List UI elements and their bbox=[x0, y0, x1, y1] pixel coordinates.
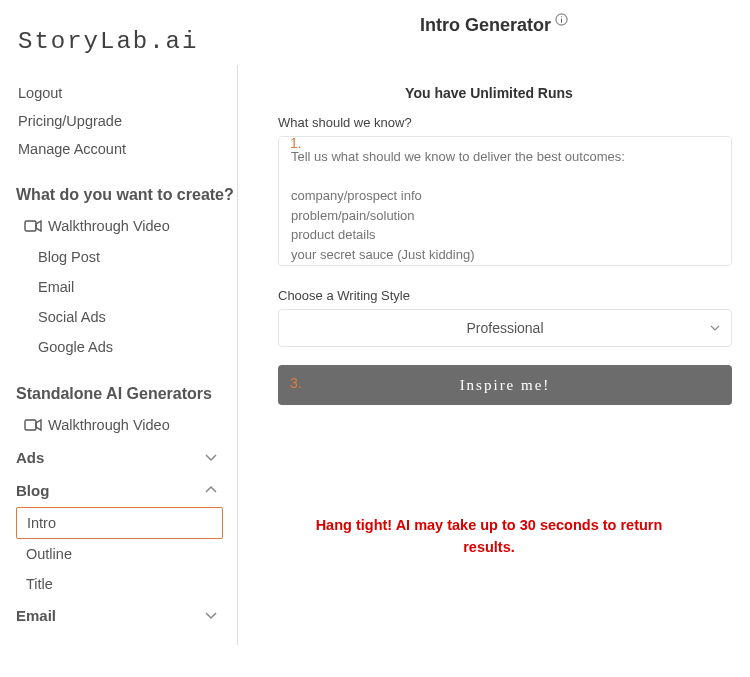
wait-message: Hang tight! AI may take up to 30 seconds… bbox=[238, 515, 740, 559]
video-icon bbox=[24, 418, 42, 432]
main-panel: Intro Generator You have Unlimited Runs … bbox=[238, 65, 750, 645]
nav-email[interactable]: Email bbox=[26, 272, 237, 302]
page-title: Intro Generator bbox=[420, 15, 551, 36]
category-email[interactable]: Email bbox=[14, 599, 237, 632]
category-ads[interactable]: Ads bbox=[14, 441, 237, 474]
category-label: Email bbox=[16, 607, 56, 624]
chevron-up-icon bbox=[203, 482, 219, 498]
step-1-number: 1. bbox=[290, 135, 302, 151]
category-label: Blog bbox=[16, 482, 49, 499]
walkthrough-label: Walkthrough Video bbox=[48, 417, 170, 433]
nav-blog-post[interactable]: Blog Post bbox=[26, 242, 237, 272]
logout-link[interactable]: Logout bbox=[14, 79, 237, 107]
writing-style-select[interactable]: Professional bbox=[278, 309, 732, 347]
create-section-title: What do you want to create? bbox=[16, 185, 237, 206]
nav-blog-outline[interactable]: Outline bbox=[14, 539, 237, 569]
step-3-number: 3. bbox=[290, 375, 302, 391]
context-textarea[interactable] bbox=[278, 136, 732, 266]
svg-point-3 bbox=[561, 16, 562, 17]
nav-blog-title[interactable]: Title bbox=[14, 569, 237, 599]
chevron-down-icon bbox=[203, 449, 219, 465]
walkthrough-video-create[interactable]: Walkthrough Video bbox=[14, 214, 237, 242]
svg-rect-1 bbox=[25, 420, 36, 430]
standalone-section-title: Standalone AI Generators bbox=[16, 384, 237, 405]
nav-google-ads[interactable]: Google Ads bbox=[26, 332, 237, 362]
walkthrough-video-standalone[interactable]: Walkthrough Video bbox=[14, 413, 237, 441]
nav-blog-intro[interactable]: Intro bbox=[16, 507, 223, 539]
nav-social-ads[interactable]: Social Ads bbox=[26, 302, 237, 332]
svg-rect-0 bbox=[25, 221, 36, 231]
manage-account-link[interactable]: Manage Account bbox=[14, 135, 237, 163]
step-2-label: Choose a Writing Style bbox=[278, 288, 732, 303]
video-icon bbox=[24, 219, 42, 233]
step-1-label: What should we know? bbox=[278, 115, 732, 130]
info-icon[interactable] bbox=[555, 13, 568, 26]
inspire-button[interactable]: Inspire me! bbox=[278, 365, 732, 405]
sidebar: Logout Pricing/Upgrade Manage Account Wh… bbox=[0, 65, 238, 645]
category-label: Ads bbox=[16, 449, 44, 466]
chevron-down-icon bbox=[203, 607, 219, 623]
category-blog[interactable]: Blog bbox=[14, 474, 237, 507]
walkthrough-label: Walkthrough Video bbox=[48, 218, 170, 234]
pricing-link[interactable]: Pricing/Upgrade bbox=[14, 107, 237, 135]
runs-info: You have Unlimited Runs bbox=[238, 85, 740, 101]
